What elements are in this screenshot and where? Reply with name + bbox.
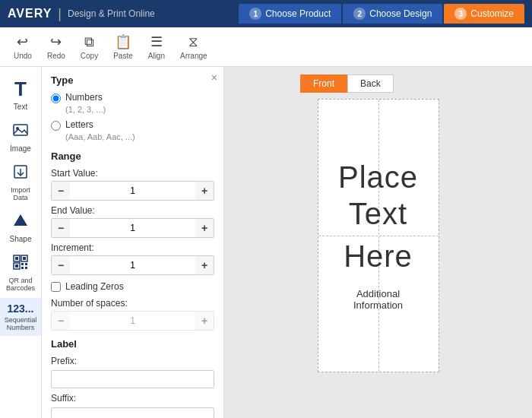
increment-input[interactable]: [70, 260, 195, 271]
range-section-title: Range: [51, 150, 214, 162]
left-sidebar: T Text Image ImportData: [0, 67, 42, 418]
start-value-stepper: − +: [51, 181, 214, 201]
radio-letters[interactable]: Letters (Aaa, Aab, Aac, ...): [51, 119, 214, 143]
radio-numbers[interactable]: Numbers (1, 2, 3, ...): [51, 92, 214, 116]
sidebar-label-import: ImportData: [11, 186, 30, 201]
copy-label: Copy: [81, 52, 98, 60]
redo-label: Redo: [47, 52, 65, 60]
suffix-input[interactable]: [51, 407, 214, 418]
nav-step-2[interactable]: 2 Choose Design: [343, 4, 442, 24]
label-section-title: Label: [51, 338, 214, 350]
align-label: Align: [148, 52, 165, 60]
start-decrement-button[interactable]: −: [52, 182, 70, 200]
paste-icon: 📋: [115, 33, 131, 50]
sequential-icon: 123...: [7, 302, 33, 315]
svg-rect-14: [25, 267, 27, 269]
canvas-tabs: Front Back: [300, 74, 394, 93]
copy-icon: ⧉: [84, 34, 94, 50]
svg-rect-11: [21, 263, 24, 265]
nav-subtitle: Design & Print Online: [68, 8, 155, 19]
radio-numbers-label: Numbers (1, 2, 3, ...): [65, 92, 106, 116]
start-increment-button[interactable]: +: [195, 182, 214, 200]
label-text-text: Text: [338, 197, 418, 233]
label-text-here: Here: [338, 239, 418, 276]
increment-stepper: − +: [51, 255, 214, 275]
copy-button[interactable]: ⧉ Copy: [74, 31, 104, 63]
step-num-2: 2: [353, 8, 366, 20]
end-value-input[interactable]: [70, 223, 195, 233]
end-increment-button[interactable]: +: [195, 219, 214, 237]
arrange-icon: ⧖: [188, 34, 198, 50]
tab-back[interactable]: Back: [347, 74, 394, 93]
shape-icon: [12, 212, 29, 233]
end-value-label: End Value:: [51, 205, 214, 216]
radio-numbers-input[interactable]: [51, 93, 61, 103]
paste-button[interactable]: 📋 Paste: [107, 30, 139, 63]
svg-rect-13: [21, 267, 24, 269]
leading-zeros-label: Leading Zeros: [65, 281, 124, 292]
paste-label: Paste: [113, 52, 133, 60]
start-value-input[interactable]: [70, 185, 195, 196]
end-value-stepper: − +: [51, 218, 214, 238]
nav-step-1[interactable]: 1 Choose Product: [239, 4, 341, 24]
spaces-decrement-button[interactable]: −: [52, 312, 70, 330]
svg-rect-12: [25, 263, 27, 265]
main-area: T Text Image ImportData: [0, 67, 532, 418]
start-value-label: Start Value:: [51, 168, 214, 179]
arrange-label: Arrange: [180, 52, 207, 60]
panel-close-button[interactable]: ×: [211, 71, 217, 84]
increment-label: Increment:: [51, 242, 214, 253]
type-section-title: Type: [51, 74, 214, 86]
svg-marker-4: [14, 214, 27, 226]
suffix-label: Suffix:: [51, 393, 214, 404]
sidebar-label-qr: QR andBarcodes: [6, 277, 35, 292]
tab-front[interactable]: Front: [300, 74, 347, 93]
undo-icon: ↩: [17, 33, 28, 50]
label-text-place: Place: [338, 160, 418, 197]
sidebar-item-shape[interactable]: Shape: [0, 207, 41, 248]
nav-step-3[interactable]: 3 Customize: [444, 4, 524, 24]
spaces-input[interactable]: [70, 315, 195, 326]
radio-letters-label: Letters (Aaa, Aab, Aac, ...): [65, 119, 135, 143]
canvas-area: Front Back Place Text Here AdditionalInf…: [224, 67, 532, 418]
label-content: Place Text Here AdditionalInformation: [338, 160, 418, 311]
sidebar-label-sequential: SequentialNumbers: [5, 316, 37, 331]
increment-decrement-button[interactable]: −: [52, 256, 70, 274]
label-preview: Place Text Here AdditionalInformation: [318, 99, 439, 372]
sidebar-label-text: Text: [14, 103, 27, 111]
sidebar-label-image: Image: [10, 144, 31, 153]
qr-icon: [12, 254, 29, 275]
prefix-label: Prefix:: [51, 356, 214, 366]
undo-label: Undo: [14, 52, 32, 60]
range-section: Range Start Value: − + End Value: − + In…: [51, 150, 214, 331]
sidebar-item-image[interactable]: Image: [0, 117, 41, 157]
align-button[interactable]: ☰ Align: [142, 30, 171, 63]
arrange-button[interactable]: ⧖ Arrange: [174, 31, 214, 63]
step-num-3: 3: [454, 8, 467, 20]
type-radio-group: Numbers (1, 2, 3, ...) Letters (Aaa, Aab…: [51, 92, 214, 143]
leading-zeros-row: Leading Zeros: [51, 281, 214, 292]
prefix-input[interactable]: [51, 370, 214, 388]
sidebar-item-sequential[interactable]: 123... SequentialNumbers: [0, 298, 41, 336]
sidebar-item-qr[interactable]: QR andBarcodes: [0, 249, 41, 296]
redo-icon: ↪: [50, 33, 62, 50]
label-additional-info: AdditionalInformation: [338, 288, 418, 311]
end-decrement-button[interactable]: −: [52, 219, 70, 237]
sidebar-item-import[interactable]: ImportData: [0, 159, 41, 206]
nav-divider: |: [58, 6, 62, 22]
spaces-stepper: − +: [51, 311, 214, 331]
step-label-1: Choose Product: [265, 8, 331, 19]
svg-rect-10: [15, 264, 18, 268]
redo-button[interactable]: ↪ Redo: [41, 30, 71, 63]
import-icon: [12, 163, 29, 185]
label-section: Label Prefix: Suffix:: [51, 338, 214, 418]
sidebar-item-text[interactable]: T Text: [0, 73, 41, 116]
leading-zeros-checkbox[interactable]: [51, 282, 61, 292]
image-icon: [12, 122, 29, 143]
spaces-label: Number of spaces:: [51, 298, 214, 309]
undo-button[interactable]: ↩ Undo: [8, 30, 38, 63]
spaces-increment-button[interactable]: +: [195, 312, 214, 330]
sequential-panel: × Type Numbers (1, 2, 3, ...) Letters (A…: [42, 67, 224, 418]
radio-letters-input[interactable]: [51, 121, 61, 131]
increment-increment-button[interactable]: +: [195, 256, 214, 274]
